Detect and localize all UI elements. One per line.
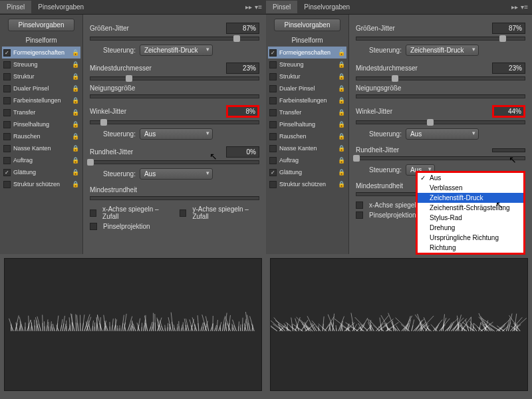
lock-icon[interactable]: 🔒: [338, 157, 345, 164]
sidebar-checkbox[interactable]: [3, 97, 11, 104]
sidebar-checkbox[interactable]: [269, 181, 277, 188]
lock-icon[interactable]: 🔒: [338, 145, 345, 152]
sidebar-checkbox[interactable]: [3, 157, 11, 164]
min-diameter-slider[interactable]: [90, 76, 259, 80]
angle-control-dropdown[interactable]: Aus: [140, 128, 213, 140]
lock-icon[interactable]: 🔒: [338, 73, 345, 80]
sidebar-item[interactable]: Struktur🔒: [268, 70, 346, 82]
size-jitter-slider[interactable]: [356, 37, 525, 41]
sidebar-checkbox[interactable]: ✓: [3, 49, 11, 57]
lock-icon[interactable]: 🔒: [72, 85, 79, 92]
lock-icon[interactable]: 🔒: [338, 85, 345, 92]
sidebar-checkbox[interactable]: [269, 121, 277, 128]
roundness-jitter-value[interactable]: 0%: [226, 146, 259, 158]
sidebar-item[interactable]: Pinselhaltung🔒: [2, 118, 80, 130]
menu-item[interactable]: Zeichenstift-Schrägstellung: [418, 203, 523, 213]
tab-presets[interactable]: Pinselvorgaben: [297, 1, 356, 13]
menu-item[interactable]: Richtung: [418, 243, 523, 253]
lock-icon[interactable]: 🔒: [72, 133, 79, 140]
size-jitter-value[interactable]: 87%: [492, 23, 525, 34]
sidebar-item[interactable]: Auftrag🔒: [268, 154, 346, 166]
lock-icon[interactable]: 🔒: [338, 121, 345, 128]
lock-icon[interactable]: 🔒: [338, 109, 345, 116]
lock-icon[interactable]: 🔒: [338, 169, 345, 176]
lock-icon[interactable]: 🔒: [72, 61, 79, 68]
sidebar-item[interactable]: Transfer🔒: [268, 106, 346, 118]
lock-icon[interactable]: 🔒: [72, 121, 79, 128]
lock-icon[interactable]: 🔒: [72, 73, 79, 80]
presets-button[interactable]: Pinselvorgaben: [8, 19, 74, 31]
sidebar-checkbox[interactable]: [3, 61, 11, 68]
projection-checkbox[interactable]: [90, 223, 97, 230]
sidebar-item[interactable]: Streuung🔒: [2, 59, 80, 70]
menu-item[interactable]: Ursprüngliche Richtung: [418, 233, 523, 243]
sidebar-item[interactable]: Streuung🔒: [268, 59, 346, 70]
brush-shape-header[interactable]: Pinselform: [2, 37, 80, 44]
sidebar-checkbox[interactable]: [269, 97, 277, 104]
menu-icon[interactable]: ▾≡: [521, 3, 528, 11]
roundness-jitter-value[interactable]: [492, 148, 525, 152]
sidebar-item[interactable]: Transfer🔒: [2, 106, 80, 118]
min-diameter-value[interactable]: 23%: [226, 63, 259, 74]
tab-brush[interactable]: Pinsel: [0, 1, 31, 13]
sidebar-checkbox[interactable]: [269, 61, 277, 68]
lock-icon[interactable]: 🔒: [72, 145, 79, 152]
size-jitter-value[interactable]: 87%: [226, 23, 259, 34]
sidebar-checkbox[interactable]: [269, 145, 277, 152]
menu-item[interactable]: Stylus-Rad: [418, 213, 523, 223]
sidebar-item[interactable]: Struktur🔒: [2, 70, 80, 82]
lock-icon[interactable]: 🔒: [72, 169, 79, 176]
sidebar-item[interactable]: Auftrag🔒: [2, 154, 80, 166]
menu-item[interactable]: Zeichenstift-Druck: [418, 193, 523, 203]
size-jitter-slider[interactable]: [90, 37, 259, 41]
tab-presets[interactable]: Pinselvorgaben: [31, 1, 90, 13]
menu-icon[interactable]: ▾≡: [255, 3, 262, 11]
lock-icon[interactable]: 🔒: [338, 61, 345, 68]
roundness-jitter-slider[interactable]: [90, 160, 259, 164]
lock-icon[interactable]: 🔒: [72, 97, 79, 104]
sidebar-checkbox[interactable]: ✓: [269, 169, 277, 176]
lock-icon[interactable]: 🔒: [72, 109, 79, 116]
sidebar-item[interactable]: Farbeinstellungen🔒: [268, 94, 346, 106]
angle-jitter-slider[interactable]: [90, 120, 259, 124]
flip-x-checkbox[interactable]: [356, 201, 363, 209]
sidebar-checkbox[interactable]: [3, 133, 11, 140]
sidebar-item[interactable]: Nasse Kanten🔒: [268, 142, 346, 154]
lock-icon[interactable]: 🔒: [338, 97, 345, 104]
sidebar-checkbox[interactable]: [269, 133, 277, 140]
sidebar-checkbox[interactable]: ✓: [269, 49, 277, 57]
sidebar-checkbox[interactable]: [3, 109, 11, 116]
angle-control-dropdown[interactable]: Aus: [406, 128, 479, 140]
collapse-icon[interactable]: ▸▸: [511, 3, 518, 11]
lock-icon[interactable]: 🔒: [72, 181, 79, 188]
roundness-jitter-slider[interactable]: [356, 156, 525, 160]
sidebar-item[interactable]: Rauschen🔒: [268, 130, 346, 142]
sidebar-item[interactable]: ✓Formeigenschaften🔒: [2, 47, 80, 59]
flip-x-checkbox[interactable]: [90, 209, 96, 217]
sidebar-checkbox[interactable]: [269, 157, 277, 164]
sidebar-item[interactable]: Nasse Kanten🔒: [2, 142, 80, 154]
sidebar-checkbox[interactable]: [269, 73, 277, 80]
sidebar-checkbox[interactable]: [3, 73, 11, 80]
menu-item[interactable]: Verblassen: [418, 183, 523, 193]
sidebar-item[interactable]: Rauschen🔒: [2, 130, 80, 142]
size-control-dropdown[interactable]: Zeichenstift-Druck: [406, 45, 479, 56]
sidebar-item[interactable]: ✓Glättung🔒: [2, 166, 80, 178]
sidebar-item[interactable]: Dualer Pinsel🔒: [2, 82, 80, 94]
lock-icon[interactable]: 🔒: [338, 133, 345, 140]
sidebar-checkbox[interactable]: ✓: [3, 169, 11, 176]
menu-item[interactable]: Aus: [418, 173, 523, 183]
angle-jitter-value[interactable]: 44%: [492, 105, 525, 118]
collapse-icon[interactable]: ▸▸: [245, 3, 252, 11]
sidebar-item[interactable]: ✓Formeigenschaften🔒: [268, 47, 346, 59]
sidebar-checkbox[interactable]: [269, 109, 277, 116]
sidebar-checkbox[interactable]: [3, 121, 11, 128]
lock-icon[interactable]: 🔒: [338, 181, 345, 188]
angle-jitter-slider[interactable]: [356, 120, 525, 124]
sidebar-checkbox[interactable]: [3, 145, 11, 152]
flip-y-checkbox[interactable]: [180, 209, 186, 217]
min-diameter-value[interactable]: 23%: [492, 63, 525, 74]
lock-icon[interactable]: 🔒: [338, 49, 345, 56]
lock-icon[interactable]: 🔒: [72, 157, 79, 164]
sidebar-checkbox[interactable]: [3, 85, 11, 92]
